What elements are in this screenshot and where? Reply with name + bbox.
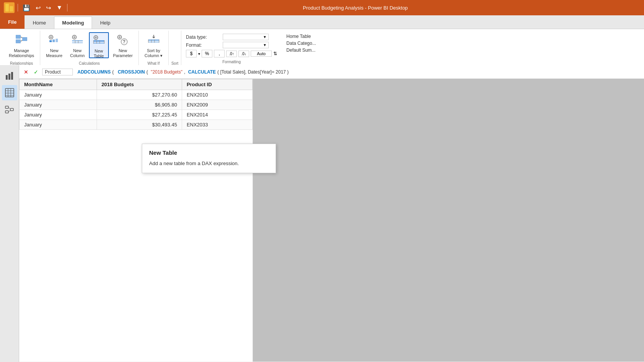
format-label: Format: [186,43,220,48]
svg-rect-12 [72,40,83,41]
auto-arrows: ⇅ [273,51,277,56]
title-divider2 [67,4,67,11]
new-table-icon [93,34,105,48]
dax-comma1: , [184,69,185,75]
cell-productid: ENX2010 [182,90,252,100]
sort-by-column-button[interactable]: Sort byColumn ▾ [141,32,166,58]
cell-budget: $30,493.45 [97,120,182,130]
currency-button[interactable]: $ [186,50,197,57]
svg-rect-26 [148,39,159,41]
svg-rect-34 [11,72,13,80]
tab-home[interactable]: Home [25,16,54,29]
svg-rect-3 [16,39,21,43]
left-sidebar [0,65,19,362]
manage-relationships-label: ManageRelationships [9,48,34,58]
cell-month: January [20,90,97,100]
auto-input[interactable] [251,51,272,57]
new-parameter-label: NewParameter [113,48,133,58]
comma-button[interactable]: , [214,50,225,57]
table-container: MonthName 2018 Budgets Product ID Januar… [19,79,253,362]
tab-help[interactable]: Help [92,16,118,29]
formatting-group-label: Formatting [186,59,277,65]
cell-month: January [20,120,97,130]
svg-rect-17 [94,40,104,42]
svg-rect-8 [49,40,52,42]
tooltip-description: Add a new table from a DAX expression. [149,160,269,167]
whatif-items: Sort byColumn ▾ [141,31,166,61]
ribbon-group-relationships: ManageRelationships Relationships [3,31,40,67]
table-header-row: MonthName 2018 Budgets Product ID [20,79,253,90]
formula-editor[interactable]: ADDCOLUMNS ( CROSSJOIN ( "2018 Budgets" … [75,69,641,75]
cell-productid: ENX2033 [182,120,252,130]
new-table-button[interactable]: NewTable [89,32,109,58]
col-header-budgets: 2018 Budgets [97,79,182,90]
data-category-label: Data Catego... [286,41,316,46]
new-column-label: NewColumn [70,48,85,58]
window-title: Product Budgeting Analysis - Power BI De… [71,5,640,11]
sort-by-column-label: Sort byColumn ▾ [145,48,163,58]
col-header-monthname: MonthName [20,79,97,90]
currency-dropdown-arrow[interactable]: ▾ [198,52,200,56]
sidebar-icon-table[interactable] [2,85,17,100]
currency-row: $ ▾ % , .0↑ .0↓ ⇅ [186,50,277,57]
svg-rect-33 [8,74,10,80]
svg-rect-35 [5,88,14,97]
new-parameter-button[interactable]: ? NewParameter [110,32,136,58]
data-type-label: Data type: [186,34,220,40]
ribbon-group-calculations: NewMeasure NewColumn [40,31,139,67]
save-button[interactable]: 💾 [21,3,32,12]
svg-rect-13 [72,42,83,43]
new-measure-button[interactable]: NewMeasure [43,32,66,58]
cell-month: January [20,110,97,120]
manage-relationships-icon [15,34,28,47]
decimal-increase-button[interactable]: .0↑ [226,51,237,57]
data-type-dropdown[interactable]: ▾ [223,34,269,40]
cell-budget: $6,905.80 [97,100,182,110]
format-row: Format: ▾ [186,42,269,48]
percent-button[interactable]: % [202,50,212,57]
bg-right [253,79,644,362]
dax-paren3: ( [Total Sales], Dates[Year]= 2017 ) [217,69,289,75]
quick-access-dropdown[interactable]: ▼ [55,3,64,12]
tooltip-title: New Table [149,149,269,156]
table-body: January $27,270.60 ENX2010 January $6,90… [20,90,253,130]
ribbon-group-sort: Sort [169,31,181,67]
dax-paren1: ( [112,69,114,75]
new-column-icon [71,34,84,47]
formula-cancel-button[interactable]: ✕ [22,68,30,76]
manage-relationships-button[interactable]: ManageRelationships [5,32,38,58]
table-row: January $27,270.60 ENX2010 [20,90,253,100]
decimal-decrease-button[interactable]: .0↓ [238,51,249,57]
formula-field-name[interactable]: Product [42,69,73,75]
title-controls[interactable]: 💾 ↩ ↪ ▼ [21,3,64,12]
calculations-items: NewMeasure NewColumn [43,31,136,61]
default-sum-label: Default Sum... [286,48,316,53]
tab-file[interactable]: File [0,15,25,29]
col-header-productid: Product ID [182,79,252,90]
dax-string-budgets: "2018 Budgets" [150,69,182,75]
redo-button[interactable]: ↪ [44,3,53,12]
sort-items [171,31,179,61]
dax-addcolumns: ADDCOLUMNS [77,69,111,75]
ribbon-right-labels: Home Table Data Catego... Default Sum... [282,31,320,67]
svg-rect-0 [5,4,9,11]
format-dropdown[interactable]: ▾ [223,42,269,48]
svg-rect-18 [94,43,104,44]
svg-text:?: ? [123,39,125,44]
new-column-button[interactable]: NewColumn [67,32,88,58]
main-content: ✕ ✓ Product ADDCOLUMNS ( CROSSJOIN ( "20… [19,65,644,362]
tab-modeling[interactable]: Modeling [54,16,92,29]
sidebar-icon-model[interactable] [2,102,17,117]
cell-productid: ENX2009 [182,100,252,110]
title-bar: 💾 ↩ ↪ ▼ Product Budgeting Analysis - Pow… [0,0,644,15]
new-measure-label: NewMeasure [46,48,62,58]
formula-confirm-button[interactable]: ✓ [32,68,40,76]
undo-button[interactable]: ↩ [34,3,42,12]
data-area: MonthName 2018 Budgets Product ID Januar… [19,79,644,362]
sidebar-icon-bar-chart[interactable] [2,68,17,84]
ribbon-tabs: File Home Modeling Help [0,15,644,29]
dax-calculate: CALCULATE [187,69,216,75]
svg-rect-4 [22,37,27,41]
formula-bar: ✕ ✓ Product ADDCOLUMNS ( CROSSJOIN ( "20… [19,65,644,79]
svg-rect-41 [5,106,8,108]
